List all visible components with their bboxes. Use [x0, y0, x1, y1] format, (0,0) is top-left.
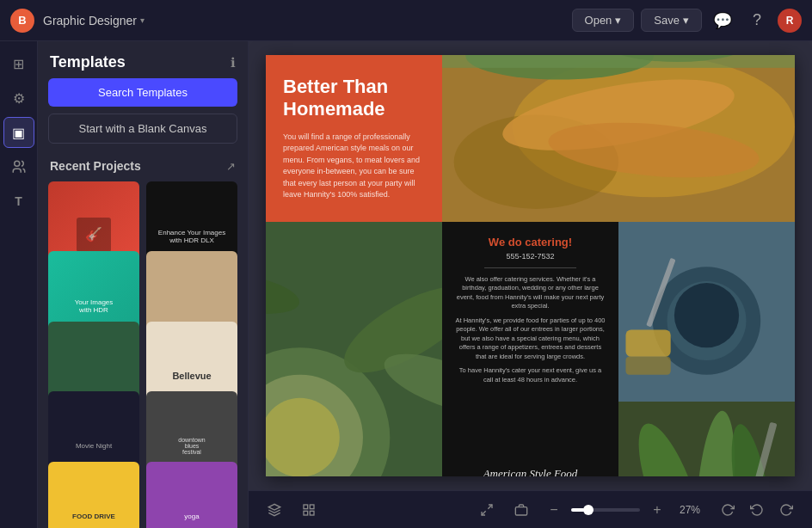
canvas-drink-image — [618, 222, 795, 476]
zoom-slider-thumb — [583, 505, 594, 515]
side-panel-title: Templates — [50, 53, 126, 71]
open-button[interactable]: Open ▾ — [572, 9, 635, 32]
topbar: B Graphic Designer ▾ Open ▾ Save ▾ 💬 ? R — [0, 0, 812, 41]
catering-desc3: To have Hannity's cater your next event,… — [454, 366, 606, 384]
list-item[interactable]: FOOD DRIVE — [48, 462, 139, 528]
zoom-slider[interactable] — [571, 508, 640, 512]
svg-rect-22 — [625, 357, 670, 375]
icon-bar-adjustments[interactable]: ⚙ — [3, 83, 34, 114]
catering-phone: 555-152-7532 — [506, 252, 554, 261]
bottom-right-icons — [716, 498, 798, 522]
canvas-document: Better Than Homemade You will find a ran… — [266, 55, 795, 476]
svg-rect-8 — [442, 55, 795, 68]
svg-rect-33 — [310, 505, 314, 509]
catering-script: American Style Food — [483, 467, 578, 476]
icon-bar-templates[interactable]: ▣ — [3, 117, 34, 148]
icon-bar-people[interactable] — [3, 151, 34, 182]
canvas-main-text-block: Better Than Homemade You will find a ran… — [266, 55, 442, 222]
icon-bar: ⊞ ⚙ ▣ T — [0, 41, 38, 528]
app-logo[interactable]: B — [10, 9, 34, 33]
side-panel-header: Templates ℹ — [38, 41, 248, 78]
canvas-catering-text-block: We do catering! 555-152-7532 We also off… — [442, 222, 618, 476]
topbar-actions: Open ▾ Save ▾ 💬 ? R — [572, 7, 802, 34]
canvas-viewport[interactable]: Better Than Homemade You will find a ran… — [249, 41, 812, 490]
svg-rect-21 — [625, 329, 670, 356]
zoom-control: − + 27% — [544, 500, 705, 520]
recent-export-icon[interactable]: ↗ — [226, 160, 236, 173]
canvas-main-desc: You will find a range of professionally … — [283, 132, 425, 201]
layers-bottom-icon[interactable] — [262, 498, 286, 522]
app-title-text: Graphic Designer — [43, 14, 137, 28]
side-panel-info-icon[interactable]: ℹ — [231, 55, 236, 71]
redo-icon[interactable] — [774, 498, 798, 522]
coffee-photo — [618, 222, 795, 402]
zoom-in-button[interactable]: + — [647, 500, 667, 520]
app-title[interactable]: Graphic Designer ▾ — [43, 14, 145, 28]
avatar[interactable]: R — [778, 9, 802, 33]
recent-projects-grid: 🎸 Enhance Your Imageswith HDR DLX Your I… — [38, 178, 248, 528]
svg-rect-35 — [310, 511, 314, 515]
svg-line-37 — [482, 511, 486, 515]
veggies-photo — [618, 402, 795, 476]
undo-icon[interactable] — [745, 498, 769, 522]
svg-rect-34 — [304, 511, 308, 515]
resize-icon[interactable] — [509, 498, 533, 522]
svg-marker-31 — [268, 504, 280, 510]
title-chevron-icon: ▾ — [140, 15, 145, 25]
icon-bar-layers[interactable]: ⊞ — [3, 48, 34, 79]
canvas-main-title: Better Than Homemade — [283, 76, 425, 121]
save-button[interactable]: Save ▾ — [641, 9, 702, 32]
icon-bar-text[interactable]: T — [3, 186, 34, 217]
blank-canvas-button[interactable]: Start with a Blank Canvas — [48, 114, 237, 144]
canvas-food-image — [442, 55, 795, 222]
canvas-area: Better Than Homemade You will find a ran… — [249, 41, 812, 528]
fish-photo — [442, 55, 795, 222]
grid-bottom-icon[interactable] — [297, 498, 321, 522]
side-panel: Templates ℹ Search Templates Start with … — [38, 41, 249, 528]
chat-icon[interactable]: 💬 — [709, 7, 736, 34]
catering-title: We do catering! — [489, 236, 572, 249]
zoom-out-button[interactable]: − — [544, 500, 564, 520]
svg-point-19 — [674, 283, 739, 347]
svg-line-36 — [488, 505, 492, 509]
zoom-level: 27% — [674, 504, 705, 516]
catering-desc1: We also offer catering services. Whether… — [454, 275, 606, 311]
list-item[interactable]: yoga — [146, 462, 237, 528]
svg-rect-32 — [304, 505, 308, 509]
main-content: ⊞ ⚙ ▣ T Templates ℹ Search Templates Sta… — [0, 41, 812, 528]
side-panel-buttons: Search Templates Start with a Blank Canv… — [38, 78, 248, 152]
catering-desc2: At Hannity's, we provide food for partie… — [454, 316, 606, 362]
canvas-tea-image — [266, 222, 442, 476]
bottom-bar: − + 27% — [249, 490, 812, 528]
svg-rect-38 — [515, 507, 526, 514]
recent-projects-header: Recent Projects ↗ — [38, 152, 248, 178]
recent-projects-title: Recent Projects — [50, 159, 141, 173]
help-icon[interactable]: ? — [743, 7, 771, 34]
refresh-icon[interactable] — [716, 498, 740, 522]
search-templates-button[interactable]: Search Templates — [48, 78, 237, 107]
fullscreen-icon[interactable] — [475, 498, 499, 522]
svg-point-0 — [14, 161, 19, 166]
catering-divider — [484, 267, 575, 268]
